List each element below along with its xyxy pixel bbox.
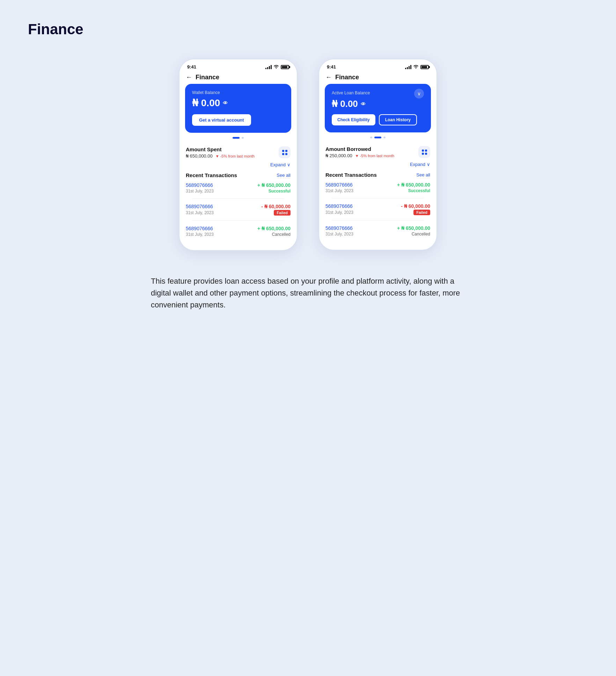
tx-phone-1-1: 5689076666 [186,182,213,188]
expand-button-2[interactable]: Expand ∨ [410,162,430,167]
dot-inactive-1 [242,137,244,139]
tx-amount-1-2: - ₦ 60,000.00 [261,204,291,209]
tx-date-1-1: 31st July, 2023 [186,189,214,194]
phone-1: 9:41 ← Finance [179,59,298,251]
nav-title-2: Finance [335,74,359,81]
pct-change-1: ▼ -5% from last month [215,154,255,158]
status-time-1: 9:41 [187,64,196,70]
battery-icon-1 [281,65,289,69]
transactions-section-2: Recent Transactions See all 5689076666 +… [319,170,437,237]
carousel-dots-1 [179,137,297,139]
tx-date-2-1: 31st July, 2023 [325,188,353,193]
transactions-section-1: Recent Transactions See all 5689076666 +… [179,170,297,237]
loan-actions: Check Eligibility Loan History [332,114,424,125]
description-text: This feature provides loan access based … [151,275,465,311]
grid-icon-2 [418,146,430,158]
status-icons-1 [265,64,289,70]
pct-change-2: ▼ -5% from last month [355,154,394,158]
nav-title-1: Finance [196,74,219,81]
tx-phone-2-2: 5689076666 [325,203,353,209]
tx-amount-1-1: + ₦ 650,000.00 [257,182,291,188]
tx-phone-2-1: 5689076666 [325,182,353,188]
tx-status-1-1: Successful [269,189,291,194]
back-button-1[interactable]: ← [186,74,192,81]
tx-date-1-3: 31st July, 2023 [186,232,214,237]
wifi-icon-1 [273,64,279,70]
chevron-down-icon[interactable]: ∨ [414,89,424,99]
status-icons-2 [405,64,429,70]
amount-row-2: Amount Borrowed ₦ 250,000.00 ▼ -5% from … [325,146,430,158]
tx-date-1-2: 31st July, 2023 [186,210,214,215]
tx-date-2-2: 31st July, 2023 [325,210,353,215]
tx-header-1: Recent Transactions See all [186,172,291,178]
loan-label: Active Loan Balance [332,90,370,95]
expand-row-1: Expand ∨ [179,160,297,170]
tx-phone-1-3: 5689076666 [186,226,213,231]
tx-status-2-1: Successful [408,188,430,193]
table-row: 5689076666 + ₦ 650,000.00 31st July, 202… [186,226,291,237]
see-all-2[interactable]: See all [416,172,430,177]
nav-bar-1: ← Finance [179,71,297,84]
phones-container: 9:41 ← Finance [28,59,588,251]
tx-title-2: Recent Transactions [325,172,377,178]
table-row: 5689076666 + ₦ 650,000.00 31st July, 202… [325,225,430,237]
tx-status-2-2: Failed [413,210,430,215]
amount-label-2: Amount Borrowed [325,146,394,152]
wallet-balance: ₦ 0.00 👁 [192,97,284,109]
amount-value-2: ₦ 250,000.00 [325,153,352,158]
carousel-dots-2 [319,137,437,138]
signal-icon-1 [265,65,272,69]
status-time-2: 9:41 [327,64,336,70]
amount-section-2: Amount Borrowed ₦ 250,000.00 ▼ -5% from … [319,141,437,160]
page-title: Finance [28,21,588,38]
table-row: 5689076666 - ₦ 60,000.00 31st July, 2023… [325,203,430,215]
status-bar-1: 9:41 [179,59,297,71]
tx-phone-1-2: 5689076666 [186,204,213,209]
see-all-1[interactable]: See all [277,173,291,178]
tx-date-2-3: 31st July, 2023 [325,232,353,237]
divider [332,198,424,198]
tx-header-2: Recent Transactions See all [325,172,430,178]
loan-history-button[interactable]: Loan History [379,114,417,125]
expand-row-2: Expand ∨ [319,160,437,170]
amount-label-1: Amount Spent [186,146,255,152]
phone-2: 9:41 ← Finance [318,59,437,250]
table-row: 5689076666 - ₦ 60,000.00 31st July, 2023… [186,204,291,216]
wifi-icon-2 [413,64,419,70]
back-button-2[interactable]: ← [325,74,332,81]
tx-title-1: Recent Transactions [186,172,237,178]
virtual-account-button[interactable]: Get a virtual account [192,114,251,126]
dot-inactive-2a [370,137,372,138]
loan-card: Active Loan Balance ∨ ₦ 0.00 👁 Check Eli… [325,84,431,132]
battery-icon-2 [420,65,429,69]
signal-icon-2 [405,65,411,69]
divider [192,220,284,221]
loan-balance: ₦ 0.00 👁 [332,99,424,109]
tx-amount-2-2: - ₦ 60,000.00 [401,203,430,209]
amount-section-1: Amount Spent ₦ 650,000.00 ▼ -5% from las… [179,141,297,160]
grid-icon-1 [279,146,291,158]
amount-row-1: Amount Spent ₦ 650,000.00 ▼ -5% from las… [186,146,291,159]
tx-status-1-2: Failed [274,210,291,216]
table-row: 5689076666 + ₦ 650,000.00 31st July, 202… [325,182,430,193]
tx-status-1-3: Cancelled [272,232,291,237]
dot-active-2 [374,137,381,138]
eye-icon-2: 👁 [361,101,366,107]
wallet-card: Wallet Balance ₦ 0.00 👁 Get a virtual ac… [185,84,291,133]
tx-phone-2-3: 5689076666 [325,225,353,231]
tx-amount-2-1: + ₦ 650,000.00 [397,182,430,188]
tx-amount-1-3: + ₦ 650,000.00 [257,226,291,231]
divider [332,220,424,220]
dot-active-1 [233,137,240,139]
dot-inactive-2b [383,137,386,138]
amount-value-1: ₦ 650,000.00 [186,153,213,159]
table-row: 5689076666 + ₦ 650,000.00 31st July, 202… [186,182,291,194]
tx-status-2-3: Cancelled [412,232,430,237]
status-bar-2: 9:41 [319,59,437,71]
tx-amount-2-3: + ₦ 650,000.00 [397,225,430,231]
check-eligibility-button[interactable]: Check Eligibility [332,114,375,125]
phone-1-screen: 9:41 ← Finance [179,59,297,237]
expand-button-1[interactable]: Expand ∨ [270,162,291,167]
nav-bar-2: ← Finance [319,71,437,84]
eye-icon-1: 👁 [223,100,228,106]
